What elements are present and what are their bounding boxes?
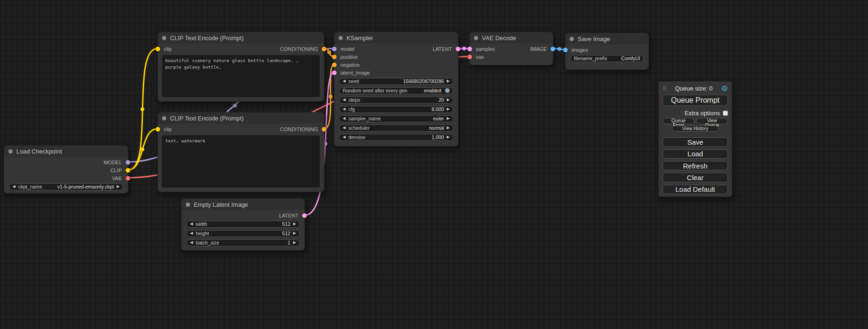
input-slot-latent-image: latent_image	[334, 69, 458, 77]
positive-input-dot[interactable]	[332, 55, 337, 59]
stepper-right-icon[interactable]: ▶	[293, 241, 296, 245]
stepper-left-icon[interactable]: ◀	[13, 185, 15, 189]
widget-value: 1	[288, 240, 290, 245]
node-load-checkpoint[interactable]: Load Checkpoint MODEL CLIP VAE ◀ ckpt_na…	[4, 145, 128, 194]
refresh-button[interactable]: Refresh	[663, 161, 728, 170]
node-title-bar[interactable]: Load Checkpoint	[4, 146, 128, 157]
images-input-dot[interactable]	[563, 48, 568, 52]
stepper-left-icon[interactable]: ◀	[343, 98, 346, 102]
node-status-dot-icon	[162, 116, 166, 120]
stepper-left-icon[interactable]: ◀	[343, 135, 346, 139]
toggle-knob-icon[interactable]	[445, 88, 450, 93]
node-graph-canvas[interactable]: Load Checkpoint MODEL CLIP VAE ◀ ckpt_na…	[0, 0, 868, 329]
filename-prefix-widget[interactable]: filename_prefix ComfyUI	[570, 55, 644, 62]
positive-prompt-textarea[interactable]: beautiful scenery nature glass bottle la…	[162, 55, 320, 97]
stepper-right-icon[interactable]: ▶	[293, 231, 296, 235]
node-title-bar[interactable]: Empty Latent Image	[182, 199, 304, 210]
denoise-widget[interactable]: ◀ denoise 1.000 ▶	[339, 134, 453, 141]
cfg-widget[interactable]: ◀ cfg 8.000 ▶	[339, 106, 453, 113]
stepper-left-icon[interactable]: ◀	[343, 107, 346, 111]
clip-input-dot[interactable]	[155, 47, 160, 51]
stepper-right-icon[interactable]: ▶	[293, 222, 296, 226]
node-status-dot-icon	[162, 36, 166, 40]
save-button[interactable]: Save	[663, 137, 728, 147]
node-ksampler[interactable]: KSampler model LATENT positive negative …	[334, 32, 459, 147]
node-title-bar[interactable]: Save Image	[565, 33, 649, 44]
stepper-right-icon[interactable]: ▶	[447, 107, 450, 111]
node-status-dot-icon	[474, 36, 478, 40]
conditioning-output-dot[interactable]	[322, 47, 326, 51]
stepper-right-icon[interactable]: ▶	[447, 126, 450, 130]
stepper-right-icon[interactable]: ▶	[117, 185, 120, 189]
latent-image-input-dot[interactable]	[332, 70, 337, 75]
queue-panel[interactable]: ⠿ Queue size: 0 ⚙ Queue Prompt Extra opt…	[658, 81, 732, 197]
load-button[interactable]: Load	[663, 149, 728, 159]
widget-value: normal	[429, 125, 444, 131]
widget-value: euler	[433, 116, 444, 121]
node-status-dot-icon	[339, 36, 343, 40]
input-slot-images: images	[565, 46, 649, 54]
widget-label: width	[196, 221, 207, 227]
node-empty-latent-image[interactable]: Empty Latent Image LATENT ◀ width 512 ▶ …	[181, 198, 305, 251]
negative-input-dot[interactable]	[332, 63, 337, 67]
output-slot-clip: CLIP	[4, 166, 128, 174]
stepper-left-icon[interactable]: ◀	[343, 117, 346, 120]
queue-front-button[interactable]: Queue Front	[663, 118, 694, 124]
view-history-button[interactable]: View History	[672, 126, 719, 132]
widget-label: ckpt_name	[18, 184, 42, 189]
output-label-latent: LATENT	[433, 46, 452, 52]
stepper-right-icon[interactable]: ▶	[447, 117, 450, 120]
stepper-left-icon[interactable]: ◀	[190, 231, 193, 235]
ckpt-name-widget[interactable]: ◀ ckpt_name v1-5-pruned-emaonly.ckpt ▶	[9, 183, 123, 190]
extra-options-checkbox[interactable]	[723, 111, 728, 116]
settings-gear-icon[interactable]: ⚙	[721, 85, 728, 92]
stepper-right-icon[interactable]: ▶	[447, 98, 450, 102]
wire-midpoint-dot	[557, 47, 561, 51]
stepper-right-icon[interactable]: ▶	[447, 79, 450, 83]
node-title-bar[interactable]: CLIP Text Encode (Prompt)	[158, 112, 324, 124]
negative-prompt-textarea[interactable]: text, watermark	[162, 135, 320, 188]
model-input-dot[interactable]	[332, 47, 337, 51]
sampler-name-widget[interactable]: ◀ sampler_name euler ▶	[339, 115, 453, 122]
node-title-bar[interactable]: KSampler	[334, 32, 458, 43]
samples-input-dot[interactable]	[467, 47, 472, 51]
stepper-left-icon[interactable]: ◀	[343, 126, 346, 130]
image-output-dot[interactable]	[550, 47, 555, 51]
conditioning-output-dot[interactable]	[322, 127, 326, 132]
latent-output-dot[interactable]	[302, 213, 307, 218]
node-vae-decode[interactable]: VAE Decode samples IMAGE vae	[469, 32, 553, 65]
drag-handle-icon[interactable]: ⠿	[663, 85, 666, 91]
width-widget[interactable]: ◀ width 512 ▶	[186, 221, 300, 228]
stepper-left-icon[interactable]: ◀	[190, 241, 193, 245]
clip-output-dot[interactable]	[126, 168, 130, 173]
batch-size-widget[interactable]: ◀ batch_size 1 ▶	[186, 239, 300, 246]
input-slot-vae: vae	[470, 53, 553, 61]
steps-widget[interactable]: ◀ steps 20 ▶	[339, 97, 453, 104]
latent-output-dot[interactable]	[456, 47, 460, 51]
view-queue-button[interactable]: View Queue	[696, 118, 728, 124]
queue-front-view-queue-row: Queue Front View Queue	[663, 118, 728, 124]
widget-value: 20	[438, 97, 444, 103]
load-default-button[interactable]: Load Default	[663, 185, 728, 194]
input-label-clip: clip	[164, 126, 172, 132]
scheduler-widget[interactable]: ◀ scheduler normal ▶	[339, 125, 453, 132]
random-seed-toggle-widget[interactable]: Random seed after every gen enabled	[339, 87, 453, 94]
node-title-bar[interactable]: CLIP Text Encode (Prompt)	[158, 32, 324, 43]
node-clip-text-encode-positive[interactable]: CLIP Text Encode (Prompt) clip CONDITION…	[157, 32, 325, 102]
clear-button[interactable]: Clear	[663, 173, 728, 182]
queue-prompt-button[interactable]: Queue Prompt	[663, 95, 728, 106]
stepper-left-icon[interactable]: ◀	[343, 79, 346, 83]
clip-input-dot[interactable]	[155, 127, 160, 132]
node-clip-text-encode-negative[interactable]: CLIP Text Encode (Prompt) clip CONDITION…	[157, 112, 325, 192]
height-widget[interactable]: ◀ height 512 ▶	[186, 230, 300, 237]
seed-widget[interactable]: ◀ seed 156680208700286 ▶	[339, 78, 453, 85]
node-title-bar[interactable]: VAE Decode	[470, 32, 553, 43]
vae-output-dot[interactable]	[126, 176, 130, 181]
widget-value: enabled	[424, 88, 441, 93]
stepper-left-icon[interactable]: ◀	[190, 222, 193, 226]
vae-input-dot[interactable]	[467, 55, 472, 59]
model-output-dot[interactable]	[126, 160, 130, 165]
node-save-image[interactable]: Save Image images filename_prefix ComfyU…	[565, 33, 649, 70]
widget-value: 1.000	[432, 134, 444, 140]
stepper-right-icon[interactable]: ▶	[447, 135, 450, 139]
